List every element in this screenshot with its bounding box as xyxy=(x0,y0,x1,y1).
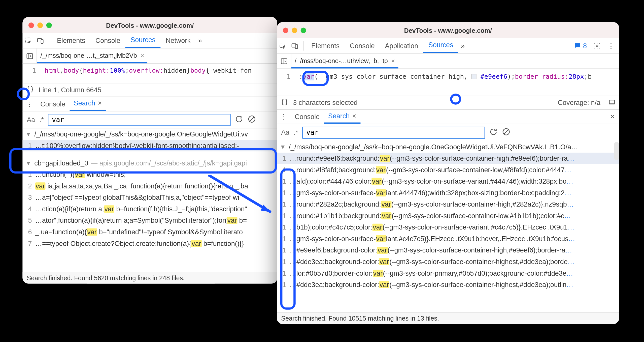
drawer-tabs: ⋮ Console Search × xyxy=(22,97,277,111)
tab-sources[interactable]: Sources xyxy=(423,38,458,53)
result-text: …a=["object"==typeof globalThis&&globalT… xyxy=(35,192,239,203)
tab-elements[interactable]: Elements xyxy=(52,33,90,48)
result-file-header[interactable]: ▼ cb=gapi.loaded_0 — apis.google.com/_/s… xyxy=(22,157,277,169)
search-input[interactable] xyxy=(48,114,231,126)
disclosure-triangle-icon[interactable]: ▼ xyxy=(280,142,286,152)
inspect-icon[interactable] xyxy=(22,37,34,44)
disclosure-triangle-icon[interactable]: ▼ xyxy=(25,129,31,139)
result-file-header[interactable]: ▼ /_/mss/boq-one-google/_/ss/k=boq-one-g… xyxy=(277,141,619,153)
result-text: …gm3-sys-color-on-surface-variant,#44474… xyxy=(290,187,571,199)
pretty-print-icon[interactable] xyxy=(26,85,35,95)
result-line[interactable]: 1…b1b);color:#c4c7c5;color:var(--gm3-sys… xyxy=(277,221,619,233)
device-toggle-icon[interactable] xyxy=(289,42,300,49)
tab-application[interactable]: Application xyxy=(380,38,423,53)
open-file-tab[interactable]: /_/mss/boq-one-…t,_stam,jMb2Vb × xyxy=(37,48,148,63)
result-line[interactable]: 1…lor:#0b57d0;border-color:var(--gm3-sys… xyxy=(277,267,619,279)
code-editor[interactable]: 1 html,body{height:100%;overflow:hidden}… xyxy=(22,64,277,83)
result-line[interactable]: 1…round:#e9eef6;background:var(--gm3-sys… xyxy=(277,153,619,164)
result-line[interactable]: 6_.ua=function(a){var b="undefined"!=typ… xyxy=(22,226,277,238)
close-drawer-icon[interactable]: × xyxy=(611,112,615,121)
result-line[interactable]: 3…a=["object"==typeof globalThis&&global… xyxy=(22,192,277,203)
close-window-button[interactable] xyxy=(28,22,34,28)
search-results[interactable]: ▼ /_/mss/boq-one-google/_/ss/k=boq-one-g… xyxy=(277,141,619,312)
clear-search-icon[interactable] xyxy=(502,127,511,137)
zoom-window-button[interactable] xyxy=(46,22,52,28)
clear-search-icon[interactable] xyxy=(248,115,256,125)
refresh-search-icon[interactable] xyxy=(489,127,498,137)
tab-network[interactable]: Network xyxy=(160,33,195,48)
device-toggle-icon[interactable] xyxy=(35,37,46,44)
result-line[interactable]: 1…#dde3ea;background-color:var(--gm3-sys… xyxy=(277,256,619,268)
result-file-header[interactable]: ▼ /_/mss/boq-one-google/_/ss/k=boq-one-g… xyxy=(22,128,277,140)
drawer-tab-search[interactable]: Search × xyxy=(324,110,360,124)
titlebar[interactable]: DevTools - www.google.com/ xyxy=(22,17,277,33)
result-line[interactable]: 1…round:#f8fafd;background:var(--gm3-sys… xyxy=(277,164,619,176)
pretty-print-icon[interactable] xyxy=(280,98,289,108)
search-results[interactable]: ▼ /_/mss/boq-one-google/_/ss/k=boq-one-g… xyxy=(22,128,277,272)
coverage-icon[interactable] xyxy=(608,98,616,107)
minimize-window-button[interactable] xyxy=(292,27,297,33)
settings-gear-icon[interactable] xyxy=(591,42,603,49)
search-bar: Aa .* xyxy=(22,111,277,128)
tab-console[interactable]: Console xyxy=(90,33,125,48)
search-input[interactable] xyxy=(302,127,485,138)
result-line[interactable]: 1…unction(_){var window=this; xyxy=(22,169,277,180)
tab-elements[interactable]: Elements xyxy=(306,38,345,53)
regex-toggle[interactable]: .* xyxy=(39,116,44,123)
more-menu-icon[interactable]: ⋮ xyxy=(607,41,615,50)
open-file-tab[interactable]: /_/mss/boq-one-…uthview,_b,_tp × xyxy=(291,53,398,68)
result-line[interactable]: 1…gm3-sys-color-on-surface-variant,#4447… xyxy=(277,187,619,199)
drawer-tabs: ⋮ Console Search × × xyxy=(277,110,619,124)
window-title: DevTools - www.google.com/ xyxy=(277,26,619,34)
close-file-tab-icon[interactable]: × xyxy=(140,52,144,59)
result-line[interactable]: 5…ator",function(a){if(a)return a;a=Symb… xyxy=(22,215,277,226)
refresh-search-icon[interactable] xyxy=(235,115,244,125)
close-drawer-tab-icon[interactable]: × xyxy=(98,100,102,107)
result-line[interactable]: 1…round:#282a2c;background:var(--gm3-sys… xyxy=(277,198,619,210)
drawer-menu-icon[interactable]: ⋮ xyxy=(25,100,33,108)
close-file-tab-icon[interactable]: × xyxy=(391,57,395,64)
tab-console[interactable]: Console xyxy=(345,38,380,53)
result-line[interactable]: 1…gm3-sys-color-on-surface-variant,#c4c7… xyxy=(277,233,619,245)
messages-badge[interactable]: 8 xyxy=(574,42,587,49)
result-line[interactable]: 4…ction(a){if(a)return a;var b=function(… xyxy=(22,203,277,215)
svg-rect-13 xyxy=(609,100,614,104)
drawer-tab-console[interactable]: Console xyxy=(290,110,324,124)
match-case-toggle[interactable]: Aa xyxy=(281,129,289,136)
devtools-window-right: DevTools - www.google.com/ Elements Cons… xyxy=(277,22,619,324)
result-line[interactable]: 1…afd);color:#444746;color:var(--gm3-sys… xyxy=(277,176,619,187)
drawer-tab-search[interactable]: Search × xyxy=(70,97,106,111)
result-line[interactable]: 1…round:#1b1b1b;background:var(--gm3-sys… xyxy=(277,210,619,222)
scrollbar[interactable] xyxy=(614,142,619,160)
result-line[interactable]: 2var ia,ja,la,sa,ta,xa,ya,Ba;_.ca=functi… xyxy=(22,180,277,192)
minimize-window-button[interactable] xyxy=(37,22,43,28)
result-line[interactable]: 1…#dde3ea;background-color:var(--gm3-sys… xyxy=(277,279,619,291)
code-editor[interactable]: 1 :var(--gm3-sys-color-surface-container… xyxy=(277,69,619,96)
navigator-toggle-icon[interactable] xyxy=(277,53,291,68)
tabs-overflow[interactable]: » xyxy=(458,38,467,53)
tab-sources[interactable]: Sources xyxy=(125,33,160,48)
svg-rect-3 xyxy=(27,53,32,59)
regex-toggle[interactable]: .* xyxy=(294,129,298,136)
drawer-tab-console[interactable]: Console xyxy=(36,97,70,111)
inspect-icon[interactable] xyxy=(277,42,289,49)
disclosure-triangle-icon[interactable]: ▼ xyxy=(25,158,31,168)
zoom-window-button[interactable] xyxy=(301,27,306,33)
result-line[interactable]: 1…#e9eef6;background-color:var(--gm3-sys… xyxy=(277,244,619,256)
result-text: var ia,ja,la,sa,ta,xa,ya,Ba;_.ca=functio… xyxy=(35,180,248,192)
result-text: …==typeof Object.create?Object.create:fu… xyxy=(35,238,244,249)
color-swatch-icon[interactable] xyxy=(471,74,477,79)
match-case-toggle[interactable]: Aa xyxy=(27,116,35,123)
svg-rect-9 xyxy=(295,44,298,48)
cursor-position: Line 1, Column 6645 xyxy=(39,86,101,94)
close-drawer-tab-icon[interactable]: × xyxy=(352,112,356,120)
result-text: …unction(_){var window=this; xyxy=(35,169,126,180)
result-line[interactable]: 7…==typeof Object.create?Object.create:f… xyxy=(22,238,277,249)
tabs-overflow[interactable]: » xyxy=(196,33,205,48)
drawer-menu-icon[interactable]: ⋮ xyxy=(279,113,288,121)
titlebar[interactable]: DevTools - www.google.com/ xyxy=(277,22,619,38)
traffic-lights xyxy=(277,27,306,33)
result-line[interactable]: 1 …t:100%;overflow:hidden}body{-webkit-f… xyxy=(22,140,277,152)
close-window-button[interactable] xyxy=(283,27,288,33)
navigator-toggle-icon[interactable] xyxy=(22,48,37,63)
